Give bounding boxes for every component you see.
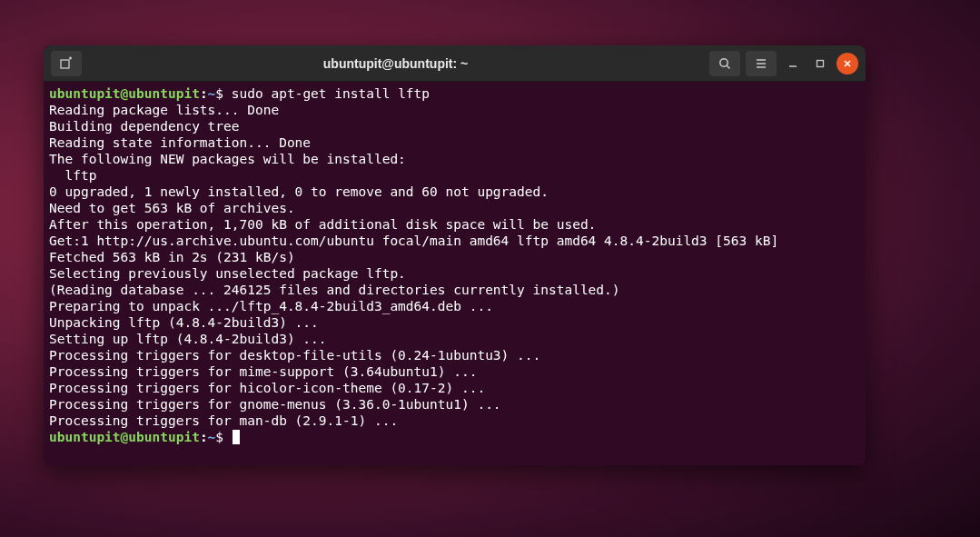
output-line: Processing triggers for desktop-file-uti… [49, 347, 860, 363]
output-line: Unpacking lftp (4.8.4-2build3) ... [49, 314, 860, 331]
output-line: Processing triggers for gnome-menus (3.3… [49, 396, 860, 413]
prompt-symbol: $ [215, 430, 223, 444]
svg-rect-7 [817, 60, 824, 66]
cursor [233, 430, 240, 444]
output-line: Reading package lists... Done [49, 102, 860, 118]
prompt-symbol: $ [215, 86, 223, 101]
menu-button[interactable] [746, 51, 777, 76]
prompt-user-host: ubuntupit@ubuntupit [49, 430, 200, 444]
output-line: Selecting previously unselected package … [49, 265, 860, 282]
output-line: Processing triggers for hicolor-icon-the… [49, 380, 860, 396]
close-icon [843, 59, 852, 68]
svg-line-2 [727, 65, 729, 68]
terminal-window: ubuntupit@ubuntupit: ~ [44, 45, 866, 465]
output-line: Preparing to unpack .../lftp_4.8.4-2buil… [49, 298, 860, 314]
close-button[interactable] [836, 53, 858, 75]
command-text: sudo apt-get install lftp [223, 86, 430, 101]
output-line: Processing triggers for man-db (2.9.1-1)… [49, 413, 860, 429]
output-line: After this operation, 1,700 kB of additi… [49, 216, 860, 233]
svg-point-1 [720, 58, 728, 65]
prompt-user-host: ubuntupit@ubuntupit [49, 86, 200, 101]
output-line: Setting up lftp (4.8.4-2build3) ... [49, 331, 860, 347]
maximize-icon [816, 59, 825, 68]
prompt-colon: : [200, 430, 208, 444]
minimize-button[interactable] [782, 53, 804, 75]
output-line: 0 upgraded, 1 newly installed, 0 to remo… [49, 184, 860, 200]
prompt-line: ubuntupit@ubuntupit:~$ sudo apt-get inst… [49, 85, 860, 102]
new-tab-button[interactable] [51, 51, 82, 76]
output-line: Building dependency tree [49, 118, 860, 134]
output-line: Need to get 563 kB of archives. [49, 200, 860, 216]
window-title: ubuntupit@ubuntupit: ~ [87, 56, 704, 71]
prompt-line: ubuntupit@ubuntupit:~$ [49, 429, 860, 445]
output-line: (Reading database ... 246125 files and d… [49, 282, 860, 298]
output-line: Fetched 563 kB in 2s (231 kB/s) [49, 249, 860, 265]
minimize-icon [788, 59, 797, 68]
output-line: Get:1 http://us.archive.ubuntu.com/ubunt… [49, 233, 860, 249]
maximize-button[interactable] [809, 53, 831, 75]
hamburger-icon [754, 56, 768, 71]
output-line: Reading state information... Done [49, 134, 860, 151]
svg-rect-0 [61, 60, 69, 68]
output-line: lftp [49, 167, 860, 184]
titlebar: ubuntupit@ubuntupit: ~ [44, 45, 866, 82]
prompt-colon: : [200, 86, 208, 101]
search-button[interactable] [709, 51, 740, 76]
output-line: Processing triggers for mime-support (3.… [49, 363, 860, 380]
output-line: The following NEW packages will be insta… [49, 151, 860, 167]
new-tab-icon [59, 56, 74, 71]
terminal-body[interactable]: ubuntupit@ubuntupit:~$ sudo apt-get inst… [44, 82, 866, 465]
search-icon [718, 56, 732, 71]
